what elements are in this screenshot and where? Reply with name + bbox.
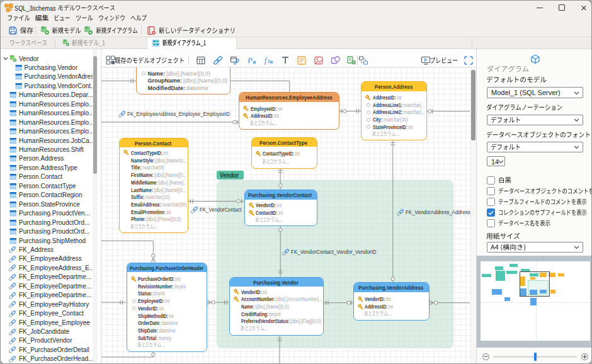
svg-text:x: x: [267, 57, 271, 64]
svg-text:P: P: [247, 55, 253, 65]
